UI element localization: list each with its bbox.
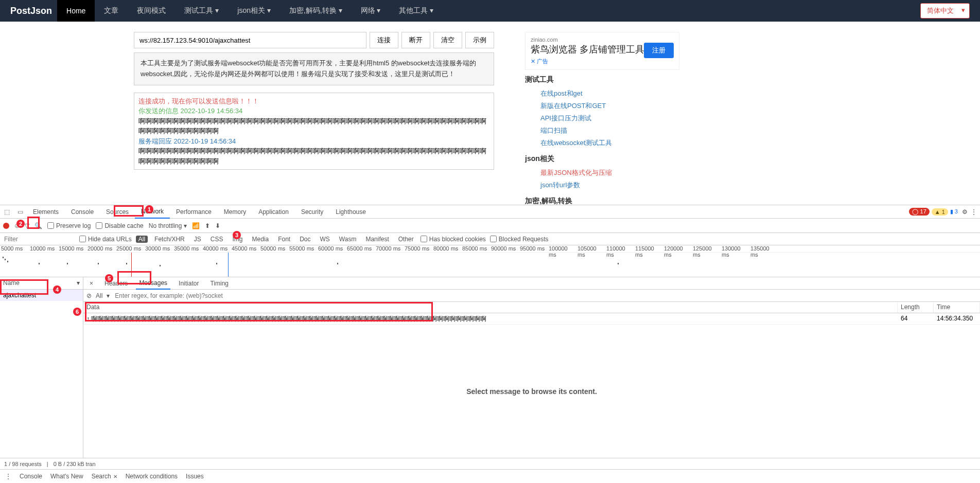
connect-button[interactable]: 连接	[370, 32, 398, 48]
side-link[interactable]: API接口压力测试	[525, 112, 679, 124]
ad-domain: ziniao.com	[531, 37, 674, 43]
ad-tag[interactable]: ✕ 广告	[531, 58, 674, 65]
filter-input[interactable]	[3, 235, 75, 244]
nav-crypto[interactable]: 加密,解码,转换 ▾	[280, 0, 352, 22]
clear-icon[interactable]: ⊘	[14, 222, 20, 229]
tab-sources[interactable]: Sources	[100, 205, 135, 219]
log-output: 连接成功，现在你可以发送信息啦！！！ 你发送的信息 2022-10-19 14:…	[134, 93, 494, 170]
blocked-requests-check[interactable]: Blocked Requests	[490, 236, 549, 243]
warn-badge[interactable]: ▲ 1	[932, 208, 948, 216]
tab-lighthouse[interactable]: Lighthouse	[329, 205, 372, 219]
log-sent-body: 啊啊啊啊啊啊啊啊啊啊啊啊啊啊啊啊啊啊啊啊啊啊啊啊啊啊啊啊啊啊啊啊啊啊啊啊啊啊啊啊…	[138, 116, 489, 136]
nav-articles[interactable]: 文章	[95, 0, 128, 22]
filter-icon[interactable]: ▽	[25, 222, 29, 229]
log-reply-body: 啊啊啊啊啊啊啊啊啊啊啊啊啊啊啊啊啊啊啊啊啊啊啊啊啊啊啊啊啊啊啊啊啊啊啊啊啊啊啊啊…	[138, 146, 489, 166]
ad-register-button[interactable]: 注册	[644, 43, 674, 58]
nav-home[interactable]: Home	[57, 0, 95, 22]
sidebar-heading-test: 测试工具	[525, 75, 679, 84]
filter-doc[interactable]: Doc	[297, 236, 313, 243]
lang-select[interactable]: 简体中文	[920, 3, 970, 19]
blocked-cookies-check[interactable]: Has blocked cookies	[421, 236, 486, 243]
filter-bar: Hide data URLs All Fetch/XHR JS CSS Img …	[0, 233, 980, 245]
side-link[interactable]: 新版在线POST和GET	[525, 100, 679, 112]
network-toolbar: ⊘ ▽ 🔍 Preserve log Disable cache No thro…	[0, 219, 980, 233]
throttle-select[interactable]: No throttling ▾	[149, 222, 187, 229]
filter-img[interactable]: Img	[230, 236, 245, 243]
preserve-log-check[interactable]: Preserve log	[47, 222, 91, 229]
filter-other[interactable]: Other	[396, 236, 416, 243]
log-sent-header: 你发送的信息 2022-10-19 14:56:34	[138, 106, 489, 116]
tab-performance[interactable]: Performance	[170, 205, 218, 219]
filter-media[interactable]: Media	[249, 236, 271, 243]
filter-js[interactable]: JS	[191, 236, 204, 243]
more-icon[interactable]: ⋮	[971, 208, 977, 216]
ad-block[interactable]: ziniao.com 紫鸟浏览器 多店铺管理工具 注册 ✕ 广告	[525, 32, 679, 70]
nav-network[interactable]: 网络 ▾	[352, 0, 390, 22]
log-connected: 连接成功，现在你可以发送信息啦！！！	[138, 96, 489, 106]
error-badge[interactable]: ◯ 17	[909, 208, 929, 216]
tab-application[interactable]: Application	[252, 205, 295, 219]
side-link[interactable]: 端口扫描	[525, 124, 679, 137]
filter-all[interactable]: All	[136, 236, 148, 243]
record-icon[interactable]	[3, 223, 9, 229]
inspect-icon[interactable]: ⬚	[0, 208, 13, 216]
tab-console[interactable]: Console	[65, 205, 100, 219]
brand[interactable]: PostJson	[10, 6, 52, 16]
upload-icon[interactable]: ⬆	[205, 222, 210, 229]
tab-elements[interactable]: Elements	[27, 205, 65, 219]
ws-url-input[interactable]	[134, 32, 366, 48]
side-link[interactable]: json转url参数	[525, 179, 679, 191]
wifi-icon[interactable]: 📶	[192, 222, 200, 229]
devtools-panel: ⬚ ▭ Elements Console Sources Network Per…	[0, 205, 980, 246]
nav-json[interactable]: json相关 ▾	[228, 0, 280, 22]
filter-css[interactable]: CSS	[208, 236, 226, 243]
nav-other[interactable]: 其他工具 ▾	[390, 0, 443, 22]
network-timeline[interactable]: 5000 ms10000 ms15000 ms20000 ms25000 ms3…	[0, 245, 980, 246]
search-icon[interactable]: 🔍	[34, 222, 42, 229]
download-icon[interactable]: ⬇	[215, 222, 220, 229]
tab-security[interactable]: Security	[295, 205, 329, 219]
device-icon[interactable]: ▭	[13, 208, 27, 216]
sidebar-heading-json: json相关	[525, 154, 679, 164]
gear-icon[interactable]: ⚙	[962, 208, 968, 216]
filter-ws[interactable]: WS	[318, 236, 332, 243]
tool-description: 本工具主要是为了测试服务端websocket功能是否完善可用而开发，主要是利用h…	[134, 52, 494, 85]
disconnect-button[interactable]: 断开	[401, 32, 430, 48]
nav-night[interactable]: 夜间模式	[128, 0, 175, 22]
filter-font[interactable]: Font	[275, 236, 293, 243]
top-nav: PostJson Home 文章 夜间模式 测试工具 ▾ json相关 ▾ 加密…	[0, 0, 980, 22]
devtools-tabs: ⬚ ▭ Elements Console Sources Network Per…	[0, 205, 980, 219]
tab-network[interactable]: Network	[135, 205, 170, 219]
info-badge[interactable]: ▮ 3	[950, 208, 958, 215]
hide-data-urls-check[interactable]: Hide data URLs	[79, 236, 132, 243]
filter-wasm[interactable]: Wasm	[337, 236, 359, 243]
clear-button[interactable]: 清空	[433, 32, 462, 48]
disable-cache-check[interactable]: Disable cache	[96, 222, 143, 229]
tab-memory[interactable]: Memory	[218, 205, 252, 219]
log-reply-header: 服务端回应 2022-10-19 14:56:34	[138, 136, 489, 147]
side-link[interactable]: 在线post和get	[525, 87, 679, 100]
side-link[interactable]: 在线websocket测试工具	[525, 137, 679, 149]
side-link[interactable]: 最新JSON格式化与压缩	[525, 167, 679, 179]
filter-fetch[interactable]: Fetch/XHR	[152, 236, 187, 243]
filter-manifest[interactable]: Manifest	[363, 236, 391, 243]
nav-test-tools[interactable]: 测试工具 ▾	[175, 0, 228, 22]
sample-button[interactable]: 示例	[465, 32, 494, 48]
